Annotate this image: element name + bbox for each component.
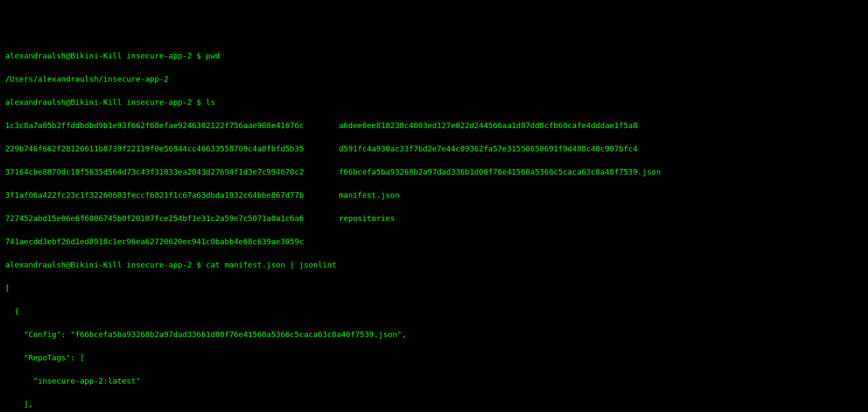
- prompt-symbol: $: [196, 51, 201, 60]
- command-pwd: pwd: [206, 51, 220, 60]
- ls-item: 229b746f662f28126611b8739f22119f0e56944c…: [5, 143, 339, 154]
- ls-output: 1c3c8a7a05b2ffddbdbd9b1e93f662f68efae924…: [5, 120, 863, 247]
- ls-item: 741aecdd3ebf26d1ed8918c1ec96ea62720620ec…: [5, 236, 339, 247]
- json-line: "insecure-app-2:latest": [5, 375, 863, 387]
- json-line: "RepoTags": [: [5, 352, 863, 363]
- pwd-output: /Users/alexandraulsh/insecure-app-2: [5, 73, 863, 85]
- prompt-symbol: $: [196, 260, 201, 269]
- prompt-line-pwd: alexandraulsh@Bikini-Kill insecure-app-2…: [5, 50, 863, 61]
- json-line: "Config": "f66bcefa5ba93268b2a97dad336b1…: [5, 329, 863, 340]
- ls-item: 1c3c8a7a05b2ffddbdbd9b1e93f662f68efae924…: [5, 120, 339, 131]
- prompt-user: alexandraulsh: [5, 98, 66, 107]
- json-line: [: [5, 282, 863, 294]
- ls-item: 727452abd15e06e6f6086745b0f20107fce254bf…: [5, 212, 339, 224]
- prompt-symbol: $: [196, 98, 201, 107]
- json-line: {: [5, 305, 863, 317]
- prompt-dir: insecure-app-2: [127, 98, 192, 107]
- prompt-dir: insecure-app-2: [127, 51, 192, 60]
- prompt-dir: insecure-app-2: [127, 260, 192, 269]
- at-symbol: @: [66, 98, 71, 107]
- command-cat: cat manifest.json | jsonlint: [206, 260, 336, 269]
- command-ls: ls: [206, 98, 215, 107]
- prompt-host: Bikini-Kill: [71, 51, 122, 60]
- ls-item: 3f1af06a422fc23c1f32260603feccf6821f1c67…: [5, 189, 339, 201]
- json-output: [ { "Config": "f66bcefa5ba93268b2a97dad3…: [5, 282, 863, 412]
- prompt-host: Bikini-Kill: [71, 98, 122, 107]
- ls-col-right: a6dee0ee818238c4003ed127e022d244566aa1d8…: [339, 120, 863, 247]
- ls-item: manifest.json: [339, 189, 863, 201]
- prompt-user: alexandraulsh: [5, 260, 66, 269]
- prompt-user: alexandraulsh: [5, 51, 66, 60]
- prompt-line-ls: alexandraulsh@Bikini-Kill insecure-app-2…: [5, 96, 863, 108]
- at-symbol: @: [66, 51, 71, 60]
- ls-item: d591fc4a930ac33f7bd2e7e44c09362fa57e3155…: [339, 143, 863, 154]
- at-symbol: @: [66, 260, 71, 269]
- prompt-line-cat: alexandraulsh@Bikini-Kill insecure-app-2…: [5, 259, 863, 271]
- ls-item: repositories: [339, 212, 863, 224]
- terminal[interactable]: alexandraulsh@Bikini-Kill insecure-app-2…: [5, 50, 863, 412]
- prompt-host: Bikini-Kill: [71, 260, 122, 269]
- json-line: ],: [5, 398, 863, 410]
- ls-item: 37164cbe8870dc18f5635d564d73c43f31833ea2…: [5, 166, 339, 178]
- ls-col-left: 1c3c8a7a05b2ffddbdbd9b1e93f662f68efae924…: [5, 120, 339, 247]
- ls-item: f66bcefa5ba93268b2a97dad336b1d08f76e4156…: [339, 166, 863, 178]
- ls-item: a6dee0ee818238c4003ed127e022d244566aa1d8…: [339, 120, 863, 131]
